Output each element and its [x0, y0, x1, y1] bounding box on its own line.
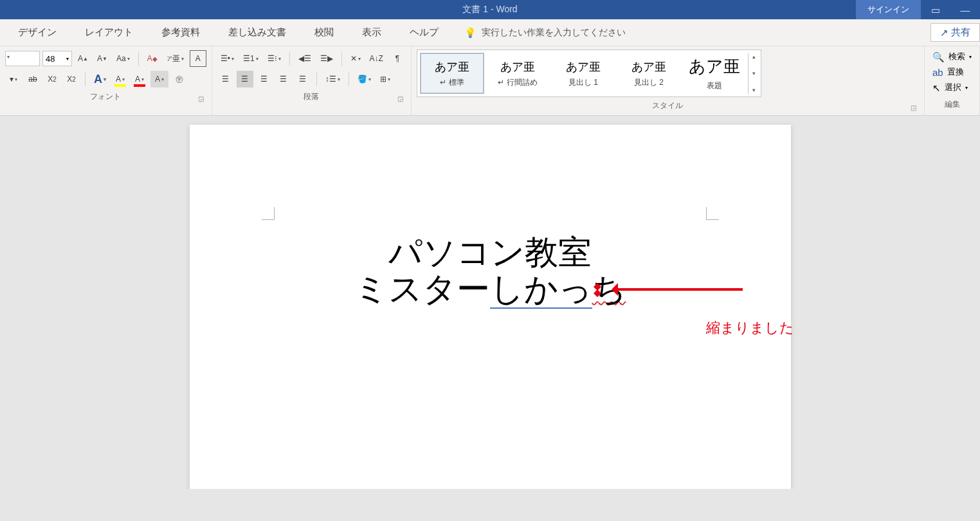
distributed-button[interactable]: ☰ [295, 71, 311, 87]
grow-font-button[interactable]: A▲ [75, 50, 91, 67]
minimize-icon[interactable]: — [950, 0, 980, 19]
multilevel-list-button[interactable]: ☰⁝ [264, 50, 284, 67]
dropdown-button[interactable]: ▾ [5, 71, 22, 87]
ribbon-display-icon[interactable]: ▭ [921, 0, 950, 19]
shrink-font-button[interactable]: A▼ [94, 50, 111, 67]
replace-icon: ab [932, 68, 943, 77]
decrease-indent-button[interactable]: ◀☰ [295, 50, 314, 67]
asian-layout-button[interactable]: ✕ [347, 50, 364, 67]
enclose-characters-button[interactable]: ㊫ [171, 71, 188, 87]
separator [341, 51, 342, 66]
page[interactable]: パソコン教室 ミスターしかっち [190, 125, 791, 489]
character-border-button[interactable]: A [190, 50, 206, 67]
doc-line-1[interactable]: パソコン教室 [190, 234, 791, 271]
tab-design[interactable]: デザイン [6, 23, 68, 42]
separator [138, 51, 139, 66]
tab-view[interactable]: 表示 [350, 23, 393, 42]
shading-button[interactable]: 🪣 [354, 71, 374, 87]
arrow-icon [614, 288, 743, 291]
style-heading1[interactable]: あア亜 見出し 1 [551, 53, 615, 94]
tab-mailings[interactable]: 差し込み文書 [217, 23, 298, 42]
superscript-button[interactable]: X2 [63, 71, 80, 87]
ribbon-tabs: デザイン レイアウト 参考資料 差し込み文書 校閲 表示 ヘルプ 💡 実行したい… [0, 19, 980, 46]
margin-mark-icon [262, 207, 275, 220]
phonetic-guide-button[interactable]: ア亜 [163, 50, 187, 67]
align-right-button[interactable]: ☰ [256, 71, 273, 87]
bullets-button[interactable]: ☰• [217, 50, 237, 67]
character-shading-button[interactable]: A [150, 71, 168, 87]
styles-gallery: あア亜 ↵ 標準 あア亜 ↵ 行間詰め あア亜 見出し 1 あア亜 見出し 2 … [417, 50, 761, 97]
annotation [614, 288, 743, 291]
style-normal[interactable]: あア亜 ↵ 標準 [420, 53, 484, 94]
increase-indent-button[interactable]: ☰▶ [317, 50, 336, 67]
svg-marker-1 [594, 289, 601, 297]
font-name-combo[interactable] [5, 51, 40, 66]
text-effects-button[interactable]: A [91, 71, 109, 87]
show-marks-button[interactable]: ¶ [389, 50, 406, 67]
titlebar-right: サインイン ▭ — [856, 0, 980, 19]
annotation-handle-icon [594, 283, 601, 297]
editing-group: 🔍 検索 ▾ ab 置換 ↖ 選択 ▾ 編集 [925, 46, 980, 115]
style-title[interactable]: あア亜 表題 [682, 53, 747, 94]
font-group-label: フォント ◲ [5, 87, 206, 105]
line-spacing-button[interactable]: ↕☰ [322, 71, 343, 87]
annotation-text: 縮まりました [706, 318, 794, 338]
highlight-button[interactable]: A [112, 71, 129, 87]
tab-references[interactable]: 参考資料 [150, 23, 212, 42]
margin-mark-icon [706, 207, 719, 220]
paragraph-group: ☰• ☰1 ☰⁝ ◀☰ ☰▶ ✕ A↓Z ¶ ☰ ☰ ☰ ☰ ☰ ↕☰ 🪣 [212, 46, 412, 115]
select-button[interactable]: ↖ 選択 ▾ [931, 80, 973, 95]
styles-scroll-down-icon[interactable]: ▾ [750, 69, 758, 77]
sort-button[interactable]: A↓Z [367, 50, 386, 67]
separator [349, 72, 349, 86]
font-dialog-launcher-icon[interactable]: ◲ [198, 95, 204, 102]
style-nospacing[interactable]: あア亜 ↵ 行間詰め [485, 53, 550, 94]
share-label: 共有 [951, 26, 970, 39]
change-case-button[interactable]: Aa [113, 50, 133, 67]
styles-dialog-launcher-icon[interactable]: ◲ [911, 104, 916, 111]
replace-button[interactable]: ab 置換 [931, 64, 973, 80]
tab-help[interactable]: ヘルプ [398, 23, 450, 42]
align-left-button[interactable]: ☰ [217, 71, 234, 87]
justify-button[interactable]: ☰ [275, 71, 292, 87]
style-heading2[interactable]: あア亜 見出し 2 [617, 53, 681, 94]
font-group: 48▾ A▲ A▼ Aa A◆ ア亜 A ▾ ab X2 X2 A A A A … [0, 46, 212, 115]
strikethrough-button[interactable]: ab [24, 71, 41, 87]
find-button[interactable]: 🔍 検索 ▾ [931, 49, 973, 64]
window-title: 文書 1 - Word [462, 4, 517, 15]
paragraph-dialog-launcher-icon[interactable]: ◲ [397, 95, 403, 102]
clear-formatting-button[interactable]: A◆ [144, 50, 161, 67]
numbering-button[interactable]: ☰1 [240, 50, 262, 67]
tell-me-placeholder: 実行したい作業を入力してください [482, 27, 626, 39]
separator [289, 51, 290, 66]
share-button[interactable]: ↗ 共有 [930, 23, 980, 42]
center-button[interactable]: ☰ [237, 71, 253, 87]
font-color-button[interactable]: A [131, 71, 148, 87]
ribbon: 48▾ A▲ A▼ Aa A◆ ア亜 A ▾ ab X2 X2 A A A A … [0, 46, 980, 116]
document-body[interactable]: パソコン教室 ミスターしかっち [190, 234, 791, 307]
document-canvas[interactable]: パソコン教室 ミスターしかっち 縮まりました [0, 116, 980, 489]
styles-gallery-scroll: ▴ ▾ ▾ [748, 53, 758, 94]
cursor-icon: ↖ [932, 83, 941, 93]
styles-expand-icon[interactable]: ▾ [750, 86, 758, 94]
bulb-icon: 💡 [464, 28, 476, 37]
styles-group-label: スタイル ◲ [417, 96, 919, 114]
styles-group: あア亜 ↵ 標準 あア亜 ↵ 行間詰め あア亜 見出し 1 あア亜 見出し 2 … [412, 46, 925, 115]
subscript-button[interactable]: X2 [44, 71, 60, 87]
tell-me-search[interactable]: 💡 実行したい作業を入力してください [455, 27, 626, 39]
share-icon: ↗ [940, 28, 948, 37]
paragraph-group-label: 段落 ◲ [217, 87, 406, 105]
title-bar: 文書 1 - Word サインイン ▭ — [0, 0, 980, 19]
tab-review[interactable]: 校閲 [303, 23, 345, 42]
signin-button[interactable]: サインイン [856, 0, 921, 19]
font-size-combo[interactable]: 48▾ [42, 51, 72, 66]
search-icon: 🔍 [932, 52, 945, 62]
separator [316, 72, 317, 86]
editing-group-label: 編集 [931, 95, 973, 113]
separator [85, 72, 86, 86]
tab-layout[interactable]: レイアウト [73, 23, 145, 42]
styles-scroll-up-icon[interactable]: ▴ [750, 53, 758, 60]
borders-button[interactable]: ⊞ [377, 71, 394, 87]
